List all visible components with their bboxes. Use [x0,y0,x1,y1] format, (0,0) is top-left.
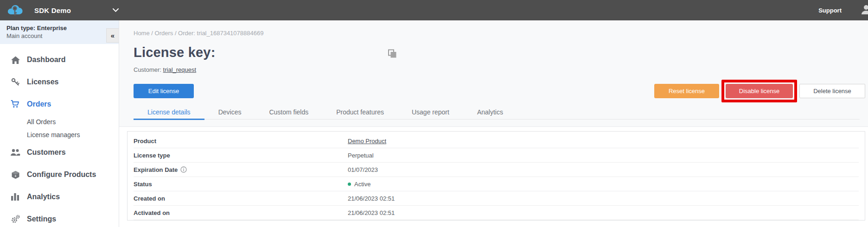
gears-icon [10,215,20,223]
tab-analytics[interactable]: Analytics [463,105,517,119]
row-label: Expiration Date [134,166,178,173]
user-avatar-icon[interactable] [860,4,868,17]
sidebar-item-label: Licenses [27,78,58,86]
package-box-icon [10,170,20,179]
sidebar-item-all-orders[interactable]: All Orders [0,115,119,128]
license-details-panel: Product Demo Product License type Perpet… [119,126,868,227]
sidebar-item-label: Dashboard [27,56,66,64]
tab-custom-fields[interactable]: Custom fields [255,105,322,119]
row-value: Perpetual [348,152,374,159]
table-row-product: Product Demo Product [134,134,859,148]
delete-license-button[interactable]: Delete license [799,84,865,98]
sidebar-item-configure-products[interactable]: Configure Products [0,164,119,186]
sidebar-collapse-button[interactable]: « [106,28,119,43]
top-bar: SDK Demo Support [0,0,868,20]
license-tabs: License details Devices Custom fields Pr… [134,105,860,120]
home-icon [10,56,20,64]
breadcrumb: Home / Orders / Order: trial_16873410788… [134,30,868,37]
row-label: Created on [134,195,348,202]
bar-chart-icon [10,193,20,201]
sidebar-item-label: Analytics [27,193,60,201]
status-active-dot-icon [348,183,351,186]
plan-box: Plan type: Enterprise Main account « [0,20,119,44]
main-content: Home / Orders / Order: trial_16873410788… [119,20,868,227]
row-value: 21/06/2023 02:51 [348,209,395,216]
app-name: SDK Demo [34,6,71,14]
sidebar-item-customers[interactable]: Customers [0,141,119,164]
row-label: Activated on [134,209,348,216]
reset-license-button[interactable]: Reset license [654,84,719,98]
license-details-table: Product Demo Product License type Perpet… [127,131,865,221]
tab-devices[interactable]: Devices [204,105,255,119]
customer-line: Customer: trial_request [134,66,868,73]
sidebar: Plan type: Enterprise Main account « Das… [0,20,119,227]
tab-license-details[interactable]: License details [134,105,204,119]
sidebar-item-dashboard[interactable]: Dashboard [0,49,119,71]
sidebar-nav: Dashboard Licenses [0,44,119,227]
table-row-expiration-date: Expiration Date 01/07/2023 [134,163,859,177]
product-link[interactable]: Demo Product [348,138,386,145]
tab-product-features[interactable]: Product features [322,105,398,119]
tab-usage-report[interactable]: Usage report [398,105,463,119]
users-icon [10,149,20,156]
cloud-key-logo-icon[interactable] [6,4,23,17]
plan-type-label: Plan type: Enterprise [6,24,112,32]
table-row-license-type: License type Perpetual [134,148,859,163]
table-row-activated-on: Activated on 21/06/2023 02:51 [134,206,859,220]
row-value: 21/06/2023 02:51 [348,195,395,202]
status-badge: Active [354,181,370,188]
breadcrumb-current: Order: trial_1687341078884669 [178,30,263,37]
row-value: 01/07/2023 [348,166,378,173]
table-row-created-on: Created on 21/06/2023 02:51 [134,191,859,206]
info-icon[interactable] [180,166,187,173]
sidebar-item-orders[interactable]: Orders [0,93,119,115]
sidebar-item-label: Customers [27,148,66,157]
customer-link[interactable]: trial_request [163,66,197,73]
key-icon [10,78,20,86]
sidebar-item-analytics[interactable]: Analytics [0,186,119,208]
sidebar-item-settings[interactable]: Settings [0,208,119,227]
sidebar-item-licenses[interactable]: Licenses [0,71,119,93]
row-label: Status [134,181,348,188]
support-link[interactable]: Support [818,7,842,14]
disable-license-button[interactable]: Disable license [726,84,793,98]
row-label: Product [134,138,348,145]
row-label: License type [134,152,348,159]
customer-label: Customer: [134,66,163,73]
page-title: License key: [134,44,868,60]
table-row-status: Status Active [134,177,859,191]
cart-icon [10,100,20,108]
sidebar-item-label: Configure Products [27,170,96,179]
sidebar-item-label: Orders [27,100,51,108]
breadcrumb-orders[interactable]: Orders [155,30,173,37]
sidebar-item-label: Settings [27,215,56,223]
edit-license-button[interactable]: Edit license [134,84,194,98]
account-name: Main account [6,32,112,40]
annotation-highlight-box: Disable license [721,80,797,102]
sidebar-item-license-managers[interactable]: License managers [0,128,119,141]
breadcrumb-home[interactable]: Home [134,30,150,37]
license-actions: Edit license Reset license Disable licen… [134,80,865,102]
chevron-down-icon[interactable] [113,8,119,12]
copy-icon[interactable] [387,49,397,59]
